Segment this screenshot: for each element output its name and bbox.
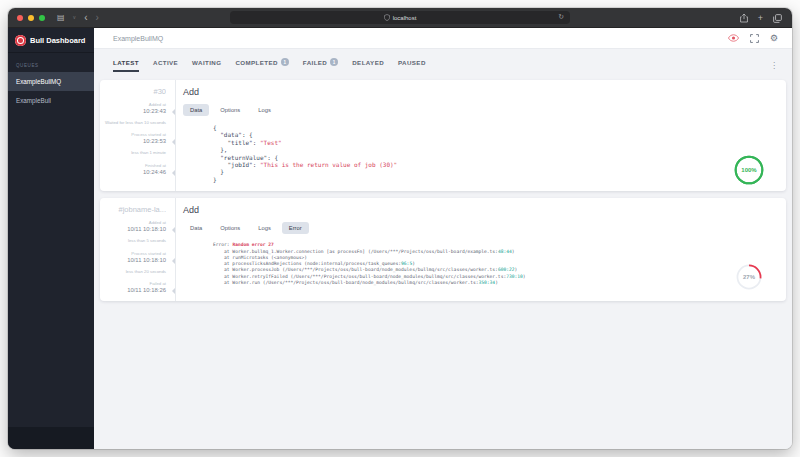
code-segment: Error: [213, 242, 232, 247]
tab-active[interactable]: ACTIVE [153, 59, 178, 72]
code-segment: 600:22 [498, 267, 515, 272]
refresh-icon[interactable]: ↻ [558, 13, 564, 21]
job-id: #jobname-la... [104, 205, 166, 214]
job-timeline: #jobname-la...Added at10/11 10:18:10less… [100, 198, 176, 301]
timeline-label: Added at [104, 220, 166, 225]
code-segment: ) [512, 249, 515, 254]
app-logo-text: Bull Dashboard [30, 36, 85, 45]
code-segment: "jobId": [213, 161, 260, 168]
tab-count-badge: 1 [281, 58, 289, 66]
error-stacktrace: Error: Random error 27 at Worker.bullmq_… [183, 242, 776, 286]
timeline-entry: Failed at10/11 10:18:26 [104, 281, 166, 293]
code-segment: at Worker.run (/Users/***/Projects/oss/b… [213, 280, 479, 285]
settings-gear-icon[interactable]: ⚙ [770, 34, 778, 43]
tab-failed[interactable]: FAILED1 [303, 58, 338, 72]
job-tab-options[interactable]: Options [213, 104, 247, 116]
progress-ring: 27% [736, 264, 762, 290]
code-line: }, [213, 146, 776, 153]
code-line: "title": "Test" [213, 139, 776, 146]
code-line: } [213, 176, 776, 183]
code-segment: "title": [213, 139, 260, 146]
browser-actions: + [740, 8, 782, 28]
privacy-shield-icon [384, 14, 390, 21]
tab-latest[interactable]: LATEST [113, 59, 139, 72]
code-segment: at processTicksAndRejections (node:inter… [213, 261, 401, 266]
code-segment: } [213, 168, 224, 175]
code-segment: at Worker.processJob (/Users/***/Project… [213, 267, 498, 272]
main-panel: ExampleBullMQ ⚙ LATESTACTIVEWAITINGCOMPL… [94, 28, 792, 449]
tab-waiting[interactable]: WAITING [192, 59, 221, 72]
job-tab-logs[interactable]: Logs [251, 222, 278, 234]
live-updates-eye-icon[interactable] [728, 34, 739, 42]
tab-label: DELAYED [352, 59, 384, 66]
sidebar-item-examplebull[interactable]: ExampleBull [8, 91, 94, 110]
bull-dashboard-app: Bull Dashboard QUEUES ExampleBullMQExamp… [8, 28, 792, 449]
tab-delayed[interactable]: DELAYED [352, 59, 384, 72]
header-actions: ⚙ [728, 34, 792, 43]
queue-list: ExampleBullMQExampleBull [8, 72, 94, 110]
job-card: #jobname-la...Added at10/11 10:18:10less… [100, 198, 786, 301]
code-segment: { [213, 124, 217, 131]
more-options-icon[interactable]: ⋮ [770, 61, 778, 70]
zoom-window-button[interactable] [39, 15, 45, 21]
job-tab-logs[interactable]: Logs [251, 104, 278, 116]
code-line: { [213, 124, 776, 131]
forward-button[interactable]: › [96, 13, 99, 23]
close-window-button[interactable] [17, 15, 23, 21]
code-segment: at Worker.bullmq_1.Worker.connection [as… [213, 249, 498, 254]
bull-dashboard-logo-icon [15, 35, 26, 46]
code-line: "jobId": "This is the return value of jo… [213, 161, 776, 168]
timeline-entry: Process started at10:23:53 [104, 132, 166, 144]
timeline-label: Added at [104, 102, 166, 107]
timeline-label: Failed at [104, 281, 166, 286]
job-name: Add [183, 205, 776, 215]
tab-label: FAILED [303, 59, 327, 66]
code-line: } [213, 168, 776, 175]
progress-percent: 100% [741, 167, 756, 173]
new-tab-icon[interactable]: + [758, 14, 763, 23]
timeline-label: Process started at [104, 251, 166, 256]
tab-label: LATEST [113, 59, 139, 66]
tab-label: ACTIVE [153, 59, 178, 66]
minimize-window-button[interactable] [28, 15, 34, 21]
status-tabbar: LATESTACTIVEWAITINGCOMPLETED1FAILED1DELA… [94, 49, 792, 72]
chevron-down-icon[interactable]: ∨ [73, 15, 77, 20]
code-line: "data": { [213, 131, 776, 138]
code-segment: ) [523, 274, 526, 279]
share-icon[interactable] [740, 13, 748, 23]
tab-count-badge: 1 [330, 58, 338, 66]
fullscreen-icon[interactable] [750, 34, 759, 43]
timeline-timestamp: 10/11 10:18:26 [104, 287, 166, 293]
tab-overview-icon[interactable] [773, 14, 782, 23]
timeline-entry: Added at10:23:43 [104, 102, 166, 114]
timeline-entry: Added at10/11 10:18:10 [104, 220, 166, 232]
queues-section-label: QUEUES [8, 53, 94, 72]
back-button[interactable]: ‹ [84, 13, 87, 23]
code-segment: Random error 27 [232, 242, 274, 247]
job-data-json: { "data": { "title": "Test" }, "returnVa… [183, 124, 776, 183]
code-line: "returnValue": { [213, 154, 776, 161]
url-bar[interactable]: localhost ↻ [230, 11, 570, 24]
timeline-duration: less than 20 seconds [104, 269, 166, 275]
job-tab-options[interactable]: Options [213, 222, 247, 234]
job-content: AddDataOptionsLogs{ "data": { "title": "… [176, 80, 786, 191]
code-segment: ) [495, 280, 498, 285]
tab-completed[interactable]: COMPLETED1 [235, 58, 288, 72]
timeline-timestamp: 10:24:46 [104, 169, 166, 175]
sidebar-item-examplebullmq[interactable]: ExampleBullMQ [8, 72, 94, 91]
code-segment: } [213, 176, 217, 183]
tab-paused[interactable]: PAUSED [398, 59, 426, 72]
job-tab-data[interactable]: Data [183, 222, 209, 234]
code-segment: "data": { [213, 131, 253, 138]
timeline-timestamp: 10:23:43 [104, 108, 166, 114]
job-name: Add [183, 87, 776, 97]
code-segment: at Worker.retryIfFailed (/Users/***/Proj… [213, 274, 506, 279]
app-logo[interactable]: Bull Dashboard [8, 28, 94, 53]
job-tab-data[interactable]: Data [183, 104, 209, 116]
sidebar: Bull Dashboard QUEUES ExampleBullMQExamp… [8, 28, 94, 449]
tab-label: COMPLETED [235, 59, 277, 66]
browser-nav: ▤ ∨ ‹ › [57, 13, 99, 23]
job-tab-error[interactable]: Error [282, 222, 309, 234]
sidebar-toggle-icon[interactable]: ▤ [57, 14, 65, 22]
code-segment: ) [514, 267, 517, 272]
